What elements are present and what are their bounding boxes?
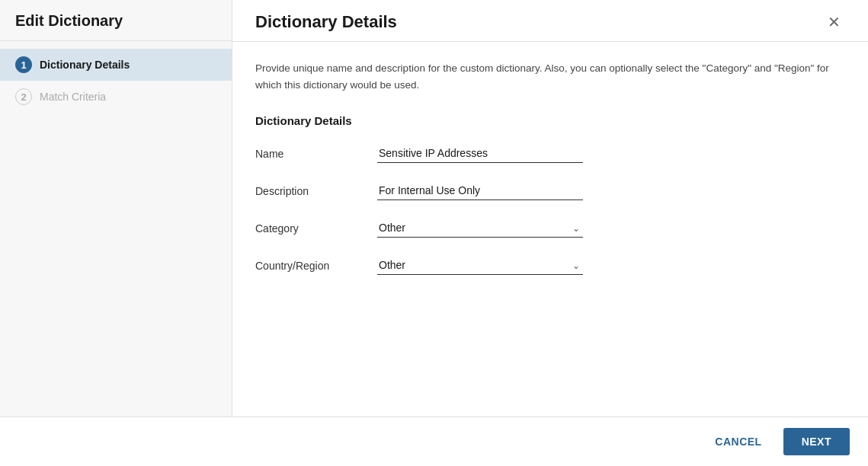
sidebar: Edit Dictionary 1 Dictionary Details 2 M…	[0, 0, 232, 417]
description-label: Description	[255, 185, 377, 197]
main-scroll-area: Provide unique name and description for …	[232, 42, 868, 417]
close-icon: ✕	[828, 14, 841, 30]
form-table: Name Description Category	[255, 144, 789, 275]
description-text: Provide unique name and description for …	[255, 60, 845, 93]
name-row: Name	[255, 144, 789, 163]
modal-footer: CANCEL NEXT	[0, 417, 868, 466]
step-2-number: 2	[15, 88, 32, 105]
cancel-button[interactable]: CANCEL	[703, 429, 774, 454]
description-row: Description	[255, 181, 789, 200]
description-input[interactable]	[377, 181, 583, 200]
close-button[interactable]: ✕	[823, 13, 845, 31]
region-field: Other US EU APAC Global ⌄	[377, 256, 583, 275]
description-field	[377, 181, 583, 200]
next-button[interactable]: NEXT	[783, 428, 850, 455]
sidebar-steps: 1 Dictionary Details 2 Match Criteria	[0, 41, 232, 120]
sidebar-step-2[interactable]: 2 Match Criteria	[0, 81, 232, 113]
name-field	[377, 144, 583, 163]
category-row: Category Other Finance Health Legal Cust…	[255, 219, 789, 238]
region-label: Country/Region	[255, 260, 377, 272]
sidebar-title: Edit Dictionary	[0, 0, 232, 41]
main-header: Dictionary Details ✕	[232, 0, 868, 42]
category-select[interactable]: Other Finance Health Legal Custom	[377, 219, 583, 238]
main-content: Dictionary Details ✕ Provide unique name…	[232, 0, 868, 417]
section-title: Dictionary Details	[255, 114, 845, 127]
name-label: Name	[255, 148, 377, 160]
modal-container: Edit Dictionary 1 Dictionary Details 2 M…	[0, 0, 868, 466]
category-label: Category	[255, 222, 377, 235]
name-input[interactable]	[377, 144, 583, 163]
category-select-wrapper: Other Finance Health Legal Custom ⌄	[377, 219, 583, 238]
step-2-label: Match Criteria	[40, 91, 106, 103]
step-1-label: Dictionary Details	[40, 59, 130, 71]
category-field: Other Finance Health Legal Custom ⌄	[377, 219, 583, 238]
region-select[interactable]: Other US EU APAC Global	[377, 256, 583, 275]
main-title: Dictionary Details	[255, 12, 397, 32]
modal-body: Edit Dictionary 1 Dictionary Details 2 M…	[0, 0, 868, 417]
step-1-number: 1	[15, 56, 32, 73]
sidebar-step-1[interactable]: 1 Dictionary Details	[0, 49, 232, 81]
region-row: Country/Region Other US EU APAC Global	[255, 256, 789, 275]
region-select-wrapper: Other US EU APAC Global ⌄	[377, 256, 583, 275]
